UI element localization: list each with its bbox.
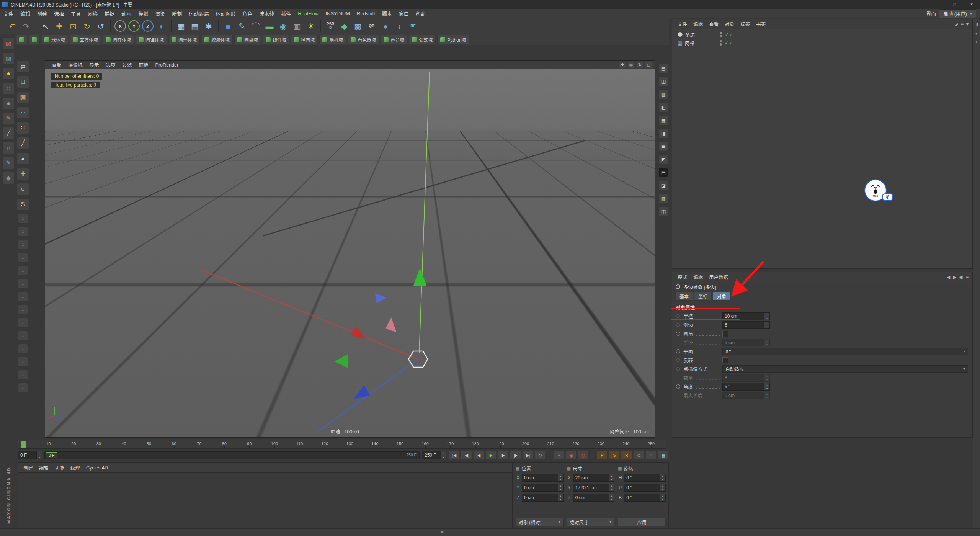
viewport-menu-item-4[interactable]: 选项 xyxy=(103,61,119,69)
record-position-toggle[interactable]: P xyxy=(596,451,608,460)
stepper-down-icon[interactable]: ▾ xyxy=(441,455,446,459)
axis-z-arrow[interactable] xyxy=(354,385,370,399)
palette-slot-2[interactable]: ∷ xyxy=(18,227,28,237)
stepper[interactable]: ▴▾ xyxy=(558,474,563,481)
emitter-flag-green[interactable] xyxy=(335,354,348,368)
stepper-up-icon[interactable]: ▴ xyxy=(764,322,769,325)
loop-playback-button[interactable]: ↻ xyxy=(534,451,546,460)
playback-options-button[interactable]: ▤ xyxy=(658,451,669,460)
stepper-up-icon[interactable]: ▴ xyxy=(764,339,769,343)
current-frame-marker[interactable] xyxy=(21,441,26,448)
stepper-down-icon[interactable]: ▾ xyxy=(764,343,769,346)
edge-grip-icon[interactable]: ⋮ xyxy=(974,40,979,46)
field-button-cylinder[interactable]: 圆柱体域 xyxy=(103,35,134,44)
texture-mode-icon[interactable]: ▩ xyxy=(17,91,29,103)
size-mode-select[interactable]: 绝对尺寸▾ xyxy=(567,518,615,526)
end-frame-field[interactable]: 250 F ▴ ▾ xyxy=(422,451,446,459)
rotation-b-field[interactable]: 0 °▴▾ xyxy=(624,494,666,502)
current-frame-handle[interactable]: 0 F xyxy=(46,452,57,458)
attr-angle-field[interactable]: 5 °▴▾ xyxy=(722,383,770,391)
goto-start-button[interactable]: |◀ xyxy=(449,451,460,460)
stepper-down-icon[interactable]: ▾ xyxy=(764,316,769,320)
right-dock-icon-9[interactable]: ▤ xyxy=(658,167,668,177)
palette-brush-icon[interactable]: ✎ xyxy=(2,157,15,169)
edges-mode-icon[interactable]: ╱ xyxy=(17,137,29,149)
redo-icon[interactable]: ↷ xyxy=(19,19,33,33)
visibility-dots[interactable] xyxy=(720,32,722,37)
palette-slot-8[interactable]: ∷ xyxy=(18,305,28,315)
palette-misc-icon[interactable]: ◆ xyxy=(2,172,15,184)
menu-item-9[interactable]: 模拟 xyxy=(135,9,152,18)
menu-item-19[interactable]: Redshift xyxy=(353,10,379,17)
field-button-sound[interactable]: 声音域 xyxy=(381,35,407,44)
size-z-field[interactable]: 0 cm▴▾ xyxy=(573,494,615,502)
om-path-icon[interactable]: ▾ xyxy=(966,21,969,27)
animation-dot[interactable] xyxy=(676,349,680,353)
axis-y-line[interactable] xyxy=(419,72,430,353)
palette-slot-14[interactable]: ∷ xyxy=(18,383,28,393)
om-menu-item-3[interactable]: 查看 xyxy=(706,20,722,28)
menu-item-11[interactable]: 雕刻 xyxy=(168,9,185,18)
field-button-group[interactable] xyxy=(16,35,27,44)
menu-item-3[interactable]: 创建 xyxy=(34,9,51,18)
animation-dot[interactable] xyxy=(676,314,680,318)
polygons-mode-icon[interactable]: ▲ xyxy=(17,152,29,165)
axis-x-line[interactable] xyxy=(201,270,418,359)
lock-x-axis-icon[interactable]: X xyxy=(114,20,126,32)
floor-icon[interactable]: ▬ xyxy=(263,19,276,33)
palette-image-icon-1[interactable]: ▨ xyxy=(2,38,15,50)
attr-reverse-checkbox[interactable] xyxy=(722,357,728,363)
stepper[interactable]: ▴▾ xyxy=(764,383,769,390)
right-dock-icon-1[interactable]: ▤ xyxy=(658,63,668,73)
stepper-up-icon[interactable]: ▴ xyxy=(764,392,769,395)
size-y-field[interactable]: 17.321 cm▴▾ xyxy=(573,484,615,492)
palette-slot-1[interactable]: ∷ xyxy=(18,214,28,224)
field-button-python[interactable]: Python域 xyxy=(437,35,469,44)
om-filter-icon[interactable]: ≡ xyxy=(961,21,964,27)
viewport-menu-item-6[interactable]: 面板 xyxy=(136,61,152,69)
palette-slot-3[interactable]: ∷ xyxy=(18,240,28,250)
stepper-down-icon[interactable]: ▾ xyxy=(764,325,769,328)
axis-y-arrow[interactable] xyxy=(413,268,427,286)
animation-dot[interactable] xyxy=(676,384,680,389)
close-button[interactable]: ✕ xyxy=(963,0,980,9)
play-button[interactable]: ▶ xyxy=(485,451,497,460)
om-menu-item-2[interactable]: 编辑 xyxy=(690,20,706,28)
attr-intermediate-points-select[interactable]: 自动适应▾ xyxy=(722,365,968,373)
layout-selector[interactable]: 启动 (用户) ▾ xyxy=(939,9,976,18)
stepper[interactable]: ▴▾ xyxy=(609,474,614,481)
record-pla-toggle[interactable]: ≈ xyxy=(645,451,657,460)
psr-badge[interactable]: PSR 0 xyxy=(323,19,337,33)
material-menu-item-1[interactable]: 创建 xyxy=(20,464,36,472)
material-menu-item-4[interactable]: 纹理 xyxy=(67,464,83,472)
stepper-down-icon[interactable]: ▾ xyxy=(37,455,42,459)
stepper[interactable]: ▴▾ xyxy=(660,484,665,491)
stepper[interactable]: ▴▾ xyxy=(609,484,614,491)
display-icon[interactable]: ▥ xyxy=(290,19,304,33)
menu-item-13[interactable]: 运动图形 xyxy=(212,9,239,18)
menu-item-5[interactable]: 工具 xyxy=(67,9,84,18)
volume-icon[interactable]: ▩ xyxy=(351,19,365,33)
am-menu-item-3[interactable]: 用户数据 xyxy=(706,273,731,281)
position-y-field[interactable]: 0 cm▴▾ xyxy=(522,484,564,492)
stepper-up-icon[interactable]: ▴ xyxy=(558,494,563,498)
lock-y-axis-icon[interactable]: Y xyxy=(128,20,140,32)
animation-dot[interactable] xyxy=(676,323,680,327)
edge-tab-icon-1[interactable]: ◨ xyxy=(974,22,979,27)
viewport-menu-item-7[interactable]: ProRender xyxy=(152,62,182,68)
goto-prev-key-button[interactable]: ◀| xyxy=(461,451,472,460)
position-mode-select[interactable]: 对象 (相对)▾ xyxy=(516,518,564,526)
goto-end-button[interactable]: ▶| xyxy=(522,451,533,460)
stepper-down-icon[interactable]: ▾ xyxy=(609,488,614,492)
object-row-1[interactable]: 多边✓✓ xyxy=(672,30,972,39)
pan-view-icon[interactable]: ✚ xyxy=(619,62,626,68)
right-dock-icon-11[interactable]: ▥ xyxy=(658,193,668,203)
field-button-capsule[interactable]: 胶囊体域 xyxy=(201,35,233,44)
menu-item-14[interactable]: 角色 xyxy=(239,9,256,18)
attr-rounding-checkbox[interactable] xyxy=(722,331,728,337)
field-button-radial[interactable]: 径向域 xyxy=(291,35,318,44)
emitter-flag-red[interactable] xyxy=(385,317,397,332)
field-button-formula[interactable]: 公式域 xyxy=(409,35,436,44)
stepper-up-icon[interactable]: ▴ xyxy=(609,474,614,478)
am-menu-item-2[interactable]: 编辑 xyxy=(690,273,706,281)
